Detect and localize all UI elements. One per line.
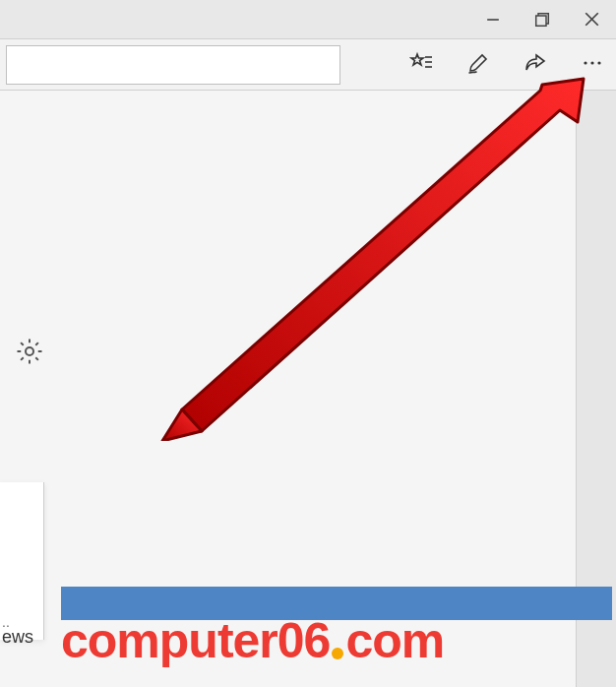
address-bar[interactable] bbox=[6, 45, 340, 85]
favorites-button[interactable] bbox=[398, 41, 445, 89]
pen-icon bbox=[466, 51, 490, 79]
share-button[interactable] bbox=[512, 41, 559, 89]
watermark-left: computer06 bbox=[61, 612, 330, 669]
settings-button[interactable] bbox=[15, 337, 44, 370]
close-button[interactable] bbox=[567, 0, 616, 39]
watermark-right: com bbox=[345, 612, 444, 669]
content-card[interactable]: .. bbox=[0, 482, 44, 640]
star-lines-icon bbox=[409, 51, 433, 79]
watermark-text: computer06 com bbox=[61, 612, 612, 669]
window-title-bar bbox=[0, 0, 616, 39]
gear-icon bbox=[15, 352, 44, 369]
minimize-button[interactable] bbox=[468, 0, 518, 39]
svg-point-11 bbox=[26, 347, 33, 355]
svg-rect-2 bbox=[536, 16, 546, 26]
watermark-dot-icon bbox=[332, 648, 343, 659]
maximize-button[interactable] bbox=[518, 0, 567, 39]
svg-point-9 bbox=[590, 61, 593, 64]
news-heading-fragment: ews bbox=[2, 627, 33, 648]
svg-point-8 bbox=[584, 61, 586, 64]
more-dots-icon bbox=[581, 51, 604, 79]
svg-point-10 bbox=[597, 61, 600, 64]
share-icon bbox=[524, 51, 547, 79]
web-note-button[interactable] bbox=[455, 41, 502, 89]
more-button[interactable] bbox=[569, 41, 616, 89]
browser-toolbar bbox=[0, 39, 616, 91]
watermark: computer06 com bbox=[61, 612, 612, 669]
